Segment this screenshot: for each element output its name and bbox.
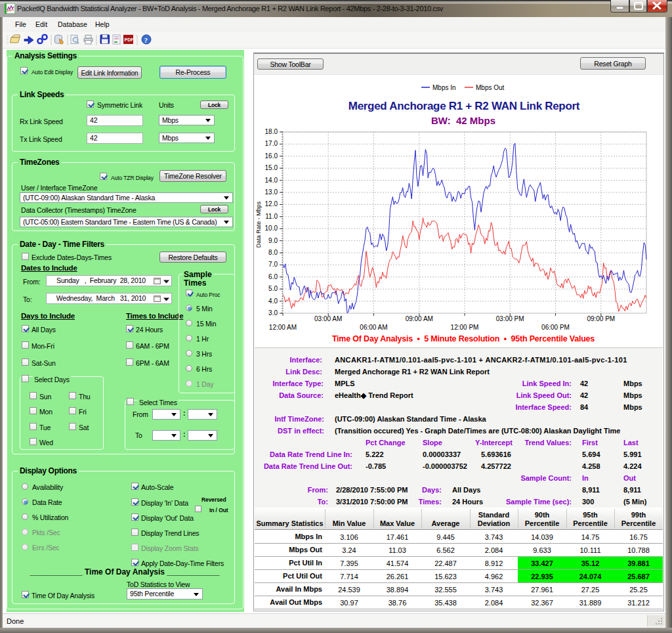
svg-text:?: ? bbox=[144, 36, 148, 44]
svg-text:09:00 PM: 09:00 PM bbox=[587, 315, 615, 322]
svg-text:14.0: 14.0 bbox=[265, 177, 278, 184]
svg-text:12:00 AM: 12:00 AM bbox=[269, 324, 297, 331]
svg-text:Merged Anchorage R1 + R2 WAN L: Merged Anchorage R1 + R2 WAN Link Report bbox=[348, 100, 580, 112]
svg-text:9.0: 9.0 bbox=[268, 237, 278, 244]
svg-text:4.0: 4.0 bbox=[268, 297, 278, 305]
svg-text:06:00 AM: 06:00 AM bbox=[360, 324, 387, 331]
svg-text:Time Of Day Analysis • 5 Min: Time Of Day Analysis • 5 Minute Resoluti… bbox=[332, 334, 595, 343]
svg-text:12.0: 12.0 bbox=[265, 200, 278, 207]
svg-text:Data Rate - Mbps: Data Rate - Mbps bbox=[255, 201, 262, 248]
svg-text:3.0: 3.0 bbox=[268, 309, 278, 316]
svg-text:Mbps In: Mbps In bbox=[432, 84, 456, 91]
svg-text:11.0: 11.0 bbox=[265, 213, 278, 220]
svg-text:10.0: 10.0 bbox=[265, 225, 278, 232]
svg-text:03:00 PM: 03:00 PM bbox=[496, 315, 524, 322]
svg-text:Mbps Out: Mbps Out bbox=[476, 84, 505, 91]
svg-text:BW: 42 Mbps: BW: 42 Mbps bbox=[431, 115, 495, 126]
svg-text:7.0: 7.0 bbox=[268, 261, 278, 268]
svg-text:12:00 PM: 12:00 PM bbox=[451, 324, 479, 331]
svg-text:06:00 PM: 06:00 PM bbox=[541, 324, 570, 331]
svg-text:17.0: 17.0 bbox=[265, 140, 278, 147]
svg-text:18.0: 18.0 bbox=[265, 128, 278, 135]
svg-text:8.0: 8.0 bbox=[268, 249, 278, 256]
svg-text:15.0: 15.0 bbox=[265, 164, 278, 171]
svg-text:16.0: 16.0 bbox=[265, 152, 278, 160]
svg-text:09:00 AM: 09:00 AM bbox=[406, 315, 433, 322]
svg-text:13.0: 13.0 bbox=[265, 188, 278, 196]
svg-text:5.0: 5.0 bbox=[268, 285, 278, 292]
svg-text:PDF: PDF bbox=[125, 37, 135, 42]
svg-text:03:00 AM: 03:00 AM bbox=[314, 315, 342, 322]
svg-text:6.0: 6.0 bbox=[268, 273, 278, 280]
